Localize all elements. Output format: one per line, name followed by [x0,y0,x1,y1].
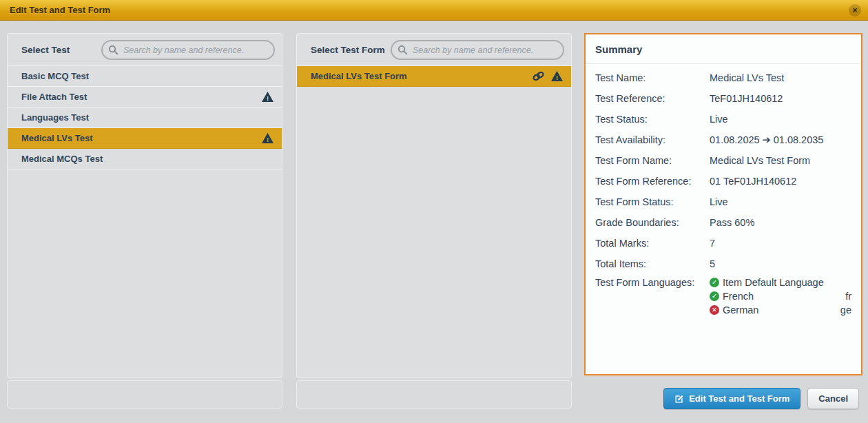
summary-row-value: TeF01JH140612 [710,88,851,109]
summary-row-label: Test Form Name: [595,150,710,171]
summary-row: Grade Boundaries: Pass 60% [595,212,851,233]
summary-row-label: Grade Boundaries: [595,212,710,233]
language-row: ✓ French fr [710,289,851,303]
select-test-header: Select Test [8,34,282,66]
warning-icon: ! [551,71,563,81]
warning-icon: ! [262,92,273,102]
test-list-item[interactable]: File Attach Test ! [8,87,282,107]
cancel-button[interactable]: Cancel [807,388,859,409]
summary-row-value: Medical LVs Test Form [710,150,851,171]
summary-row-label: Test Form Reference: [595,171,710,192]
language-name: French [723,289,754,303]
summary-row-value: Medical LVs Test [710,68,851,88]
included-check-icon: ✓ [710,291,719,301]
list-item-label: File Attach Test [21,92,262,102]
cancel-button-label: Cancel [818,393,848,404]
select-test-search [101,40,275,60]
warning-icon: ! [262,133,273,143]
dialog-actions: Edit Test and Test Form Cancel [663,388,859,409]
summary-languages-row: Test Form Languages: ✓ Item Default Lang… [595,274,851,317]
test-form-list-item[interactable]: Medical LVs Test Form ! [297,66,571,87]
summary-rows: Test Name: Medical LVs Test Test Referen… [586,64,861,317]
summary-row-value: Pass 60% [710,212,851,233]
dialog-titlebar: Edit Test and Test Form × [0,0,868,21]
language-code: fr [845,289,851,303]
summary-row: Total Marks: 7 [595,233,851,254]
svg-text:!: ! [267,94,269,102]
language-name: Item Default Language [723,276,824,289]
summary-row-label: Test Availability: [595,130,710,150]
summary-row: Test Availability: 01.08.2025 ➔ 01.08.20… [595,130,851,150]
summary-panel: Summary Test Name: Medical LVs Test Test… [584,33,862,375]
test-list-footer [7,380,282,409]
edit-button-label: Edit Test and Test Form [689,393,789,404]
summary-row: Test Status: Live [595,109,851,130]
select-test-form-header: Select Test Form [297,34,571,66]
summary-row: Test Form Status: Live [595,192,851,212]
test-list-item[interactable]: Medical MCQs Test [8,149,282,169]
language-code: ge [840,303,851,317]
list-item-label: Medical LVs Test Form [311,71,532,81]
select-test-form-title: Select Test Form [311,34,385,66]
summary-row-label: Total Marks: [595,233,710,254]
summary-row: Total Items: 5 [595,254,851,274]
test-list-item[interactable]: Medical LVs Test ! [8,128,282,149]
list-item-label: Languages Test [21,112,273,123]
summary-row-value: 7 [710,233,851,254]
test-form-list: Medical LVs Test Form ! [297,66,571,87]
search-icon [397,45,408,55]
search-icon [108,45,118,55]
summary-row-value: Live [710,109,851,130]
select-test-panel: Select Test Basic MCQ Test File Attach T… [7,33,282,378]
list-item-label: Basic MCQ Test [21,71,273,81]
dialog-title: Edit Test and Test Form [0,5,110,15]
summary-row-value: 01.08.2025 ➔ 01.08.2035 [710,130,851,150]
test-list-item[interactable]: Basic MCQ Test [8,66,282,87]
select-test-title: Select Test [21,34,70,66]
included-check-icon: ✓ [710,278,719,287]
summary-row-label: Test Name: [595,68,710,88]
excluded-cross-icon: ✕ [710,305,719,315]
svg-text:!: ! [556,74,558,81]
summary-row-label: Test Form Status: [595,192,710,212]
edit-test-and-test-form-button[interactable]: Edit Test and Test Form [663,388,800,409]
test-form-list-footer [296,380,572,409]
edit-icon [674,394,684,404]
select-test-form-panel: Select Test Form Medical LVs Test Form ! [296,33,572,378]
summary-row-label: Test Form Languages: [595,276,710,289]
select-test-form-search [391,40,564,60]
summary-row-label: Total Items: [595,254,710,274]
list-item-label: Medical LVs Test [21,133,262,143]
list-item-label: Medical MCQs Test [21,154,273,164]
language-row: ✓ Item Default Language [710,276,851,289]
summary-row: Test Reference: TeF01JH140612 [595,88,851,109]
summary-row-value: 5 [710,254,851,274]
language-row: ✕ German ge [710,303,851,317]
summary-row: Test Form Name: Medical LVs Test Form [595,150,851,171]
summary-row: Test Name: Medical LVs Test [595,68,851,88]
search-input[interactable] [123,45,267,55]
summary-row-value: 01 TeF01JH140612 [710,171,851,192]
summary-row-label: Test Reference: [595,88,710,109]
test-list-item[interactable]: Languages Test [8,107,282,128]
search-input[interactable] [413,45,556,55]
summary-row: Test Form Reference: 01 TeF01JH140612 [595,171,851,192]
close-icon[interactable]: × [849,4,861,17]
svg-text:!: ! [267,136,269,143]
test-list: Basic MCQ Test File Attach Test ! Langua… [8,66,282,169]
summary-row-value: Live [710,192,851,212]
summary-title: Summary [586,34,861,64]
language-name: German [723,303,758,317]
language-list: ✓ Item Default Language ✓ French fr ✕ Ge… [710,276,851,317]
link-icon [532,71,545,81]
summary-row-label: Test Status: [595,109,710,130]
